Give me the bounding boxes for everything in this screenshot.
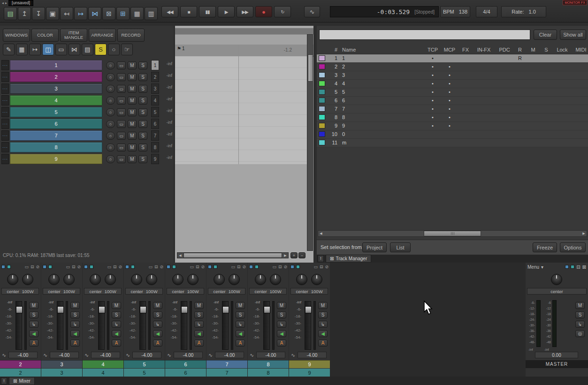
bpm-display[interactable]: BPM 138: [440, 6, 470, 17]
route-button[interactable]: ↳: [236, 321, 245, 328]
tcp-visible-cell[interactable]: [426, 130, 440, 138]
automation-button[interactable]: A: [153, 340, 162, 347]
infx-cell[interactable]: [475, 63, 492, 71]
envelope-icon[interactable]: ∿: [126, 352, 130, 358]
monitor-indicator[interactable]: [571, 265, 574, 269]
toolbar-button[interactable]: ↦: [74, 7, 87, 20]
track-name-bar[interactable]: 3: [10, 83, 102, 94]
volume-fader[interactable]: [263, 301, 270, 350]
mute-button[interactable]: M: [277, 302, 286, 309]
phase-icon[interactable]: ⊘: [160, 264, 163, 269]
track-index-box[interactable]: 3: [151, 83, 159, 94]
fader-thumb[interactable]: [99, 306, 105, 313]
track-manager-row[interactable]: 10 0: [317, 130, 588, 139]
repeat-button[interactable]: ↻: [274, 6, 291, 17]
manager-horizontal-scrollbar[interactable]: ◀ ▶: [318, 230, 587, 237]
panel-tab[interactable]: COLOR: [31, 29, 59, 42]
pan-knob[interactable]: [296, 274, 307, 285]
docker-alert-icon[interactable]: !: [318, 255, 324, 262]
receive-button[interactable]: ◀: [194, 330, 204, 337]
pan-knob[interactable]: [172, 274, 183, 285]
track-name-bar[interactable]: 4: [10, 95, 102, 106]
fx-cell[interactable]: [458, 130, 473, 138]
route-button[interactable]: ↳: [153, 321, 162, 328]
record-arm-button[interactable]: ○: [106, 108, 115, 116]
midi-cell[interactable]: [573, 80, 588, 88]
fx-icon[interactable]: ⊟: [113, 264, 117, 269]
edit-tool-icon[interactable]: ⋈: [69, 44, 80, 55]
pdc-cell[interactable]: [496, 71, 513, 79]
tcp-visible-cell[interactable]: •: [426, 71, 440, 79]
mcp-visible-cell[interactable]: •: [443, 122, 457, 130]
track-name-cell[interactable]: 5: [342, 88, 422, 96]
time-signature-display[interactable]: 4/4: [476, 6, 497, 17]
record-arm-cell[interactable]: [515, 105, 525, 113]
pan-width-readout[interactable]: center 100W: [290, 288, 328, 294]
width-knob[interactable]: [187, 274, 199, 285]
width-knob[interactable]: [229, 274, 240, 285]
pdc-cell[interactable]: [496, 97, 513, 105]
track-tab-bar[interactable]: 4: [83, 369, 123, 377]
lock-cell[interactable]: [554, 54, 570, 62]
monitor-indicator[interactable]: [255, 265, 259, 269]
io-button[interactable]: ▭: [117, 155, 126, 163]
track-name-cell[interactable]: 8: [342, 113, 422, 121]
toolbar-button[interactable]: ⊠: [102, 7, 115, 20]
lock-cell[interactable]: [554, 105, 570, 113]
toolbar-button[interactable]: ↤: [60, 7, 73, 20]
infx-cell[interactable]: [475, 139, 492, 147]
mixer-strip[interactable]: ▭ ⊟ ⊘ center 100W -inf -6- -18- -30- -42…: [206, 263, 247, 377]
prev-icon[interactable]: ◂: [2, 1, 4, 5]
receive-button[interactable]: ◀: [112, 330, 121, 337]
receive-button[interactable]: ◀: [153, 330, 162, 337]
fader-thumb[interactable]: [140, 306, 146, 313]
record-arm-cell[interactable]: [515, 97, 525, 105]
pdc-cell[interactable]: [496, 122, 513, 130]
mcp-visible-cell[interactable]: [443, 139, 457, 147]
track-color-swatch[interactable]: [319, 131, 325, 137]
solo-button[interactable]: S: [138, 97, 147, 105]
timeline-ruler[interactable]: ⚑ 1 -1.2: [175, 45, 313, 57]
volume-readout[interactable]: -4.00: [132, 352, 161, 358]
volume-readout[interactable]: -4.00: [8, 352, 38, 358]
track-color-swatch[interactable]: [319, 114, 325, 120]
width-knob[interactable]: [146, 274, 157, 285]
io-button[interactable]: ▭: [117, 120, 126, 128]
solo-button[interactable]: S: [29, 311, 38, 318]
vertical-scrollbar[interactable]: [307, 34, 313, 251]
mixer-strip[interactable]: ▭ ⊟ ⊘ center 100W -inf -6- -18- -30- -42…: [248, 263, 289, 377]
fx-cell[interactable]: [458, 88, 473, 96]
phase-icon[interactable]: ⊘: [201, 264, 205, 269]
mute-cell[interactable]: [528, 88, 538, 96]
io-icon[interactable]: ▭: [190, 264, 194, 269]
filter-input[interactable]: [319, 30, 530, 40]
edit-tool-icon[interactable]: ○: [108, 44, 120, 55]
record-arm-button[interactable]: ○: [106, 143, 115, 151]
volume-fader[interactable]: [15, 301, 22, 350]
tcp-visible-cell[interactable]: •: [426, 63, 440, 71]
mute-cell[interactable]: [528, 54, 538, 62]
zoom-out-button[interactable]: −: [298, 252, 305, 258]
fx-cell[interactable]: [458, 139, 473, 147]
column-header-name[interactable]: Name: [342, 45, 422, 54]
record-arm-cell[interactable]: [515, 80, 525, 88]
project-button[interactable]: Project: [362, 242, 387, 252]
fx-cell[interactable]: [458, 105, 473, 113]
solo-button[interactable]: S: [138, 120, 147, 128]
mcp-visible-cell[interactable]: •: [443, 97, 457, 105]
mute-button[interactable]: M: [236, 302, 245, 309]
fx-cell[interactable]: [458, 97, 473, 105]
mute-button[interactable]: M: [128, 120, 137, 128]
automation-button[interactable]: A: [194, 340, 204, 347]
route-button[interactable]: ↳: [112, 321, 121, 328]
mute-cell[interactable]: [528, 71, 538, 79]
mixer-strip[interactable]: ▭ ⊟ ⊘ center 100W -inf -6- -18- -30- -42…: [83, 263, 123, 377]
track-name-cell[interactable]: m: [342, 139, 422, 147]
track-name-cell[interactable]: 0: [342, 130, 422, 138]
toolbar-button[interactable]: ▥: [145, 7, 158, 20]
rewind-button[interactable]: ◀◀: [161, 6, 178, 17]
track-tab-bar[interactable]: 6: [165, 369, 206, 377]
toolbar-button[interactable]: ↧: [32, 7, 45, 20]
toolbar-button[interactable]: ⊞: [116, 7, 130, 20]
fx-icon[interactable]: ⊟: [72, 264, 76, 269]
